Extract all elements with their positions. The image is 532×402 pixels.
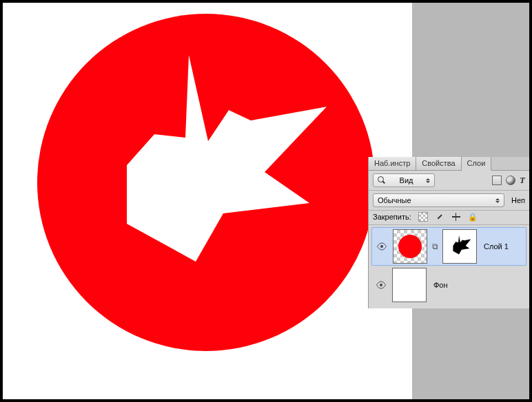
visibility-toggle[interactable]: [374, 242, 390, 251]
link-icon[interactable]: ⧉: [430, 242, 440, 251]
mask-shape: [443, 230, 476, 263]
red-circle-thumb: [398, 235, 422, 258]
layer-name[interactable]: Слой 1: [484, 242, 509, 251]
lock-transparency-icon[interactable]: [418, 212, 428, 222]
blend-mode-label: Обычные: [378, 196, 411, 204]
lock-all-icon[interactable]: [468, 212, 478, 222]
layer-item[interactable]: Фон: [371, 266, 526, 304]
filter-dropdown[interactable]: Вид: [373, 173, 435, 187]
svg-point-1: [380, 245, 383, 248]
layers-list: ⧉ Слой 1 Фон: [369, 225, 529, 308]
layer-mask-thumbnail[interactable]: [442, 229, 477, 264]
panel-tabs: Наб.инстр Свойства Слои: [369, 157, 529, 171]
svg-marker-0: [127, 55, 327, 262]
image-filter-icon[interactable]: [492, 176, 502, 185]
tab-layers[interactable]: Слои: [462, 157, 492, 171]
opacity-label: Неп: [511, 196, 525, 204]
eye-icon: [376, 281, 387, 289]
search-icon: [378, 176, 386, 184]
dropdown-arrows-icon: [494, 196, 501, 204]
text-filter-icon[interactable]: T: [520, 175, 525, 186]
lock-position-icon[interactable]: [451, 212, 461, 222]
filter-label: Вид: [400, 176, 413, 184]
lock-pixels-icon[interactable]: [435, 212, 444, 222]
adjustment-filter-icon[interactable]: [506, 176, 515, 185]
lock-label: Закрепить:: [373, 213, 411, 221]
tab-tool-presets[interactable]: Наб.инстр: [369, 157, 416, 170]
eye-icon: [376, 242, 387, 251]
layer-thumbnail[interactable]: [392, 268, 427, 302]
canvas[interactable]: [3, 3, 412, 399]
layer-item[interactable]: ⧉ Слой 1: [371, 227, 526, 266]
lock-row: Закрепить:: [369, 211, 529, 225]
white-cut-shape: [37, 14, 375, 351]
layer-thumbnail[interactable]: [393, 229, 427, 264]
visibility-toggle[interactable]: [373, 281, 389, 289]
layer-name[interactable]: Фон: [433, 281, 448, 289]
blend-row: Обычные Неп: [369, 191, 529, 211]
filter-row: Вид T: [369, 171, 529, 191]
blend-mode-dropdown[interactable]: Обычные: [373, 193, 504, 207]
layers-panel: Наб.инстр Свойства Слои Вид T Обычные Не…: [368, 157, 529, 308]
tab-properties[interactable]: Свойства: [416, 157, 461, 170]
svg-point-4: [380, 284, 382, 286]
dropdown-arrows-icon: [424, 176, 431, 184]
